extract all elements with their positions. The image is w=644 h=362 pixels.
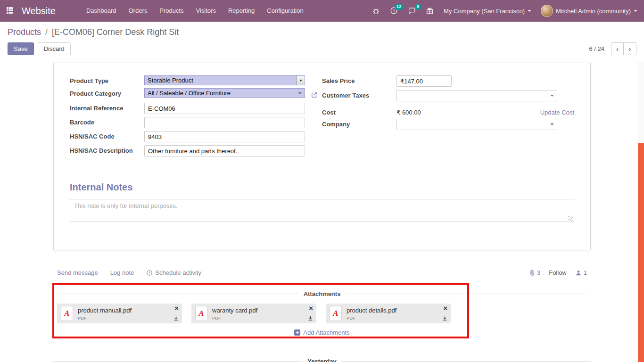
pdf-file-icon: A [330, 306, 342, 321]
attachment-count: 3 [537, 269, 540, 276]
chevron-down-icon [550, 95, 554, 97]
attachment-name: product details.pdf [347, 307, 396, 314]
attachment-type: PDF [347, 316, 396, 321]
product-type-select[interactable]: Storable Product [144, 75, 305, 85]
avatar [541, 5, 553, 17]
company-switcher[interactable]: My Company (San Francisco) [444, 8, 531, 15]
download-attachment-icon[interactable] [307, 315, 314, 322]
product-type-value: Storable Product [148, 77, 193, 84]
schedule-activity-button[interactable]: Schedule activity [146, 269, 201, 276]
product-type-label: Product Type [70, 75, 144, 85]
form-right-column: Sales Price Customer Taxes [322, 75, 574, 159]
internal-notes-heading: Internal Notes [70, 182, 574, 193]
product-category-select[interactable]: All / Saleable / Office Furniture [144, 88, 305, 98]
product-category-value: All / Saleable / Office Furniture [148, 90, 231, 97]
pdf-file-icon: A [61, 306, 73, 321]
menu-reporting[interactable]: Reporting [222, 0, 261, 22]
day-divider: Yesterday [53, 358, 591, 362]
company-label: Company [322, 119, 396, 130]
pager-next-button[interactable]: › [624, 42, 636, 55]
gift-icon[interactable] [426, 7, 434, 15]
save-button[interactable]: Save [8, 42, 34, 55]
menu-dashboard[interactable]: Dashboard [80, 0, 123, 22]
delete-attachment-icon[interactable]: × [443, 304, 447, 312]
hsn-description-input[interactable] [144, 145, 305, 156]
attachment-name: waranty card.pdf [212, 307, 257, 314]
delete-attachment-icon[interactable]: × [309, 304, 313, 312]
message-count-badge: 9 [415, 4, 421, 10]
cost-value: ₹ 600.00 [396, 107, 540, 116]
scrollbar-thumb[interactable] [638, 143, 644, 362]
attachments-toggle-button[interactable]: 3 [529, 269, 540, 276]
followers-button[interactable]: 1 [575, 269, 587, 276]
activities-clock-icon[interactable]: 12 [390, 7, 398, 15]
attachments-title: Attachments [304, 290, 341, 297]
chevron-down-icon [298, 92, 302, 94]
divider-line [345, 294, 587, 294]
cost-label: Cost [322, 107, 396, 116]
attachments-section: Attachments A product manuall.pdf PDF × … [57, 290, 587, 337]
sales-price-input[interactable] [396, 75, 452, 87]
dropdown-arrow-icon [297, 76, 305, 85]
menu-products[interactable]: Products [153, 0, 190, 22]
messages-chat-icon[interactable]: 9 [408, 7, 416, 15]
hsn-description-label: HSN/SAC Description [70, 145, 144, 156]
pager-previous-button[interactable]: ‹ [611, 42, 624, 55]
download-attachment-icon[interactable] [442, 315, 448, 322]
menu-configuration[interactable]: Configuration [261, 0, 309, 22]
delete-attachment-icon[interactable]: × [174, 304, 179, 312]
download-attachment-icon[interactable] [173, 315, 180, 322]
form-left-column: Product Type Storable Product Product Ca… [70, 75, 322, 159]
menu-orders[interactable]: Orders [123, 0, 154, 22]
discard-button[interactable]: Discard [38, 42, 71, 55]
internal-reference-input[interactable] [144, 103, 305, 114]
attachment-card[interactable]: A product details.pdf PDF × [326, 304, 451, 323]
app-title[interactable]: Website [22, 6, 56, 16]
breadcrumb-current: [E-COM06] Corner Desk Right Sit [52, 27, 179, 37]
attachment-type: PDF [78, 316, 132, 321]
attachment-type: PDF [212, 316, 257, 321]
follower-person-icon [575, 270, 582, 276]
send-message-button[interactable]: Send message [57, 269, 98, 276]
chatter: Send message Log note Schedule activity … [53, 269, 591, 337]
attachment-card[interactable]: A product manuall.pdf PDF × [57, 304, 182, 323]
barcode-input[interactable] [144, 117, 305, 128]
breadcrumb-products-link[interactable]: Products [8, 27, 41, 37]
pager-counter: 6 / 24 [589, 45, 604, 52]
company-dropdown[interactable] [396, 119, 557, 130]
internal-reference-label: Internal Reference [70, 103, 144, 114]
add-attachments-button[interactable]: + Add Attachments [57, 329, 587, 337]
form-sheet: Product Type Storable Product Product Ca… [53, 63, 591, 250]
control-panel: Products / [E-COM06] Corner Desk Right S… [0, 22, 644, 61]
apps-menu-icon[interactable] [7, 7, 14, 15]
breadcrumb: Products / [E-COM06] Corner Desk Right S… [8, 27, 636, 37]
product-category-label: Product Category [70, 88, 144, 98]
activity-count-badge: 12 [395, 4, 403, 10]
main-menu: Dashboard Orders Products Visitors Repor… [80, 0, 310, 22]
internal-notes-textarea[interactable] [70, 199, 574, 222]
divider-line [53, 361, 303, 362]
follower-count: 1 [584, 269, 587, 276]
chevron-down-icon [634, 10, 637, 12]
follow-button[interactable]: Follow [549, 269, 567, 276]
update-cost-link[interactable]: Update Cost [540, 107, 574, 116]
user-menu[interactable]: Mitchell Admin (community) [541, 5, 637, 17]
hsn-code-input[interactable] [144, 131, 305, 142]
menu-visitors[interactable]: Visitors [190, 0, 222, 22]
attachment-card[interactable]: A waranty card.pdf PDF × [191, 304, 316, 323]
user-name: Mitchell Admin (community) [556, 8, 631, 15]
customer-taxes-dropdown[interactable] [396, 90, 557, 101]
external-link-icon[interactable] [311, 91, 318, 99]
sales-price-label: Sales Price [322, 75, 396, 87]
debug-bug-icon[interactable] [372, 7, 380, 15]
top-navbar: Website Dashboard Orders Products Visito… [0, 0, 644, 22]
attachment-name: product manuall.pdf [78, 307, 132, 314]
company-name: My Company (San Francisco) [444, 8, 525, 15]
plus-icon: + [294, 329, 300, 336]
barcode-label: Barcode [70, 117, 144, 128]
day-divider-label: Yesterday [307, 358, 336, 362]
log-note-button[interactable]: Log note [110, 269, 134, 276]
customer-taxes-label: Customer Taxes [322, 90, 396, 101]
chevron-down-icon [550, 123, 554, 125]
breadcrumb-separator: / [45, 27, 48, 37]
